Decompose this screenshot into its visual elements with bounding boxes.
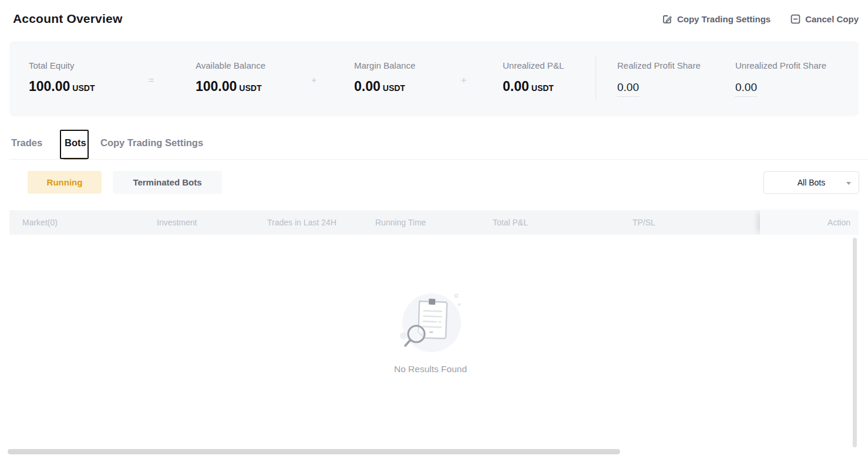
minus-square-icon (790, 14, 800, 24)
plus-operator: + (311, 75, 317, 86)
vertical-scrollbar[interactable] (853, 238, 857, 447)
bots-table-body: No Results Found (0, 235, 868, 449)
summary-label: Total Equity (29, 60, 75, 70)
page-title: Account Overview (13, 12, 122, 26)
summary-label: Unrealized P&L (503, 60, 564, 70)
chevron-down-icon (846, 182, 851, 185)
summary-label: Available Balance (196, 60, 265, 70)
summary-label: Unrealized Profit Share (735, 60, 826, 70)
summary-value: 0.00USDT (503, 79, 554, 95)
summary-label: Realized Profit Share (617, 60, 701, 70)
bots-table-header: Market(0) Investment Trades in Last 24H … (9, 210, 859, 235)
summary-value-underlined: 0.00 (617, 81, 639, 97)
top-actions: Copy Trading Settings Cancel Copy (662, 14, 859, 24)
empty-state: No Results Found (372, 288, 489, 374)
equals-operator: = (149, 75, 154, 86)
summary-value: 100.00USDT (196, 79, 261, 95)
tab-bots[interactable]: Bots (65, 137, 86, 148)
column-header-market: Market(0) (22, 218, 58, 227)
summary-value: 0.00USDT (354, 79, 405, 95)
tabs-divider (9, 159, 868, 160)
all-bots-dropdown-value: All Bots (798, 178, 825, 187)
active-tab-indicator (63, 158, 87, 160)
column-header-trades-24h: Trades in Last 24H (267, 218, 337, 227)
running-filter-button[interactable]: Running (28, 171, 102, 194)
summary-divider (596, 56, 596, 101)
column-header-total-pnl: Total P&L (493, 218, 528, 227)
summary-value: 100.00USDT (29, 79, 95, 95)
cancel-copy-label: Cancel Copy (805, 14, 859, 24)
column-header-running-time: Running Time (375, 218, 426, 227)
tab-trades[interactable]: Trades (11, 137, 42, 148)
column-header-investment: Investment (157, 218, 197, 227)
horizontal-scrollbar[interactable] (8, 449, 620, 454)
cancel-copy-button[interactable]: Cancel Copy (790, 14, 859, 24)
account-summary-panel: Total Equity 100.00USDT = Available Bala… (9, 41, 859, 116)
plus-operator: + (461, 75, 466, 86)
column-header-tpsl: TP/SL (633, 218, 655, 227)
summary-value-underlined: 0.00 (735, 81, 757, 97)
empty-state-text: No Results Found (372, 364, 489, 374)
copy-trading-settings-button[interactable]: Copy Trading Settings (662, 14, 771, 24)
no-results-icon (395, 288, 466, 357)
copy-trading-settings-label: Copy Trading Settings (677, 14, 771, 24)
account-overview-page: Account Overview Copy Trading Settings C… (0, 0, 868, 459)
column-header-action: Action (827, 218, 850, 227)
sticky-action-column: Action (760, 210, 859, 235)
tabs-bar: Trades Bots Copy Trading Settings (0, 129, 868, 160)
tab-copy-trading-settings[interactable]: Copy Trading Settings (100, 137, 203, 148)
all-bots-dropdown[interactable]: All Bots (763, 171, 859, 194)
edit-icon (662, 14, 672, 24)
terminated-bots-filter-button[interactable]: Terminated Bots (113, 171, 222, 194)
summary-label: Margin Balance (354, 60, 415, 70)
